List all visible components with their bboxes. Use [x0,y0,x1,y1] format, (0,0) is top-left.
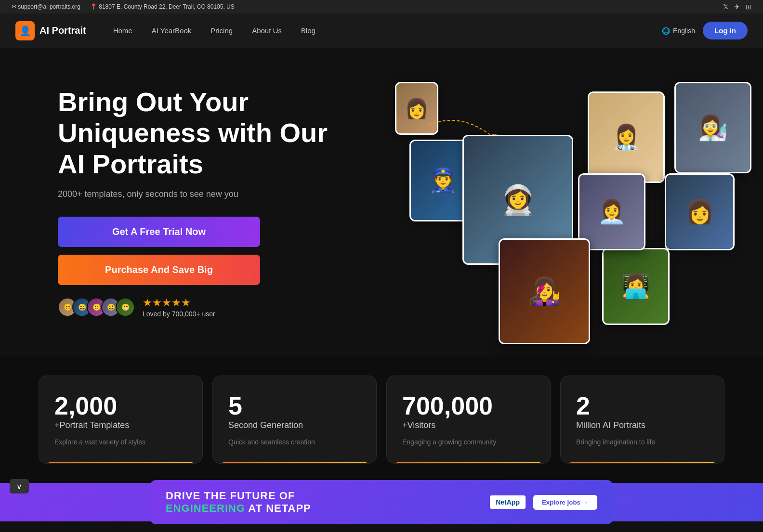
purchase-button[interactable]: Purchase And Save Big [58,255,260,285]
stat-desc-portraits: Bringing imagination to life [576,438,709,446]
netapp-brand: NetApp [490,495,526,509]
twitter-icon[interactable]: 𝕏 [723,3,728,11]
portrait-guitar: 👩‍🎤 [499,238,590,344]
stat-label-generation: Second Generation [228,420,361,430]
address-info: 📍 81807 E. County Road 22, Deer Trail, C… [90,3,235,10]
social-proof: 😊 😄 🙂 😃 😁 ★★★★★ Loved by 700,000+ user [58,297,347,318]
star-rating: ★★★★★ [143,297,215,309]
stat-number-templates: 2,000 [54,393,187,418]
nav-blog[interactable]: Blog [293,23,323,39]
hero-content: Bring Out Your Uniqueness with Our AI Po… [58,87,347,318]
portrait-right-mid: 👩 [665,173,735,250]
stat-desc-templates: Explore a vast variety of styles [54,438,187,446]
ad-cta-button[interactable]: Explore jobs → [533,495,597,510]
language-button[interactable]: 🌐 English [662,27,695,35]
stat-label-portraits: Million AI Portraits [576,420,709,430]
logo-icon: 👤 [15,21,35,40]
ad-banner[interactable]: DRIVE THE FUTURE OF ENGINEERING AT NETAP… [0,483,763,521]
stats-section: 2,000 +Portrait Templates Explore a vast… [0,356,763,483]
stat-card-generation: 5 Second Generation Quick and seamless c… [212,376,377,464]
ad-text1: DRIVE THE FUTURE OF [166,490,295,502]
stat-desc-generation: Quick and seamless creation [228,438,361,446]
hero-subtitle: 2000+ templates, only seconds to see new… [58,189,347,199]
email-info: ✉ support@ai-portraits.org [12,3,80,10]
stat-number-visitors: 700,000 [402,393,535,418]
hero-title: Bring Out Your Uniqueness with Our AI Po… [58,87,347,180]
stat-desc-visitors: Engaging a growing community [402,438,535,446]
avatar: 😁 [116,298,135,317]
portrait-middle: 👩‍💼 [578,173,645,250]
chevron-down-button[interactable]: ∨ [10,479,29,493]
navbar: 👤 AI Portrait Home AI YearBook Pricing A… [0,13,763,48]
nav-about-us[interactable]: About Us [244,23,289,39]
stat-number-portraits: 2 [576,393,709,418]
nav-right: 🌐 English Log in [662,22,748,39]
discord-icon[interactable]: ⊞ [746,3,751,11]
trial-button[interactable]: Get A Free Trial Now [58,217,260,247]
nav-ai-yearbook[interactable]: AI YearBook [144,23,199,39]
portrait-doctor: 👩‍🔬 [674,82,751,173]
logo[interactable]: 👤 AI Portrait [15,21,86,40]
hero-section: Bring Out Your Uniqueness with Our AI Po… [0,48,763,356]
stat-label-visitors: +Visitors [402,420,535,430]
ad-text2: AT NETAPP [248,502,311,514]
nav-pricing[interactable]: Pricing [203,23,240,39]
telegram-icon[interactable]: ✈ [734,3,740,11]
chevron-down-icon: ∨ [16,482,22,491]
stat-label-templates: +Portrait Templates [54,420,187,430]
stat-number-generation: 5 [228,393,361,418]
portrait-blonde: 👩‍⚕️ [588,91,665,183]
nav-links: Home AI YearBook Pricing About Us Blog [105,23,662,39]
globe-icon: 🌐 [662,27,670,35]
top-bar: ✉ support@ai-portraits.org 📍 81807 E. Co… [0,0,763,13]
loved-text: Loved by 700,000+ user [143,310,215,318]
ad-text-accent: ENGINEERING [166,502,245,514]
portrait-bottom-right: 👩‍💻 [602,248,670,325]
logo-text: AI Portrait [39,25,86,36]
stat-card-templates: 2,000 +Portrait Templates Explore a vast… [39,376,203,464]
avatar-group: 😊 😄 🙂 😃 😁 [58,298,135,317]
portrait-grid: 👩 👩‍🚀 👩‍⚕️ 👩‍🔬 👮 [366,77,724,327]
stat-card-visitors: 700,000 +Visitors Engaging a growing com… [386,376,551,464]
nav-home[interactable]: Home [105,23,140,39]
login-button[interactable]: Log in [703,22,748,39]
language-label: English [673,27,695,35]
stat-card-portraits: 2 Million AI Portraits Bringing imaginat… [560,376,724,464]
